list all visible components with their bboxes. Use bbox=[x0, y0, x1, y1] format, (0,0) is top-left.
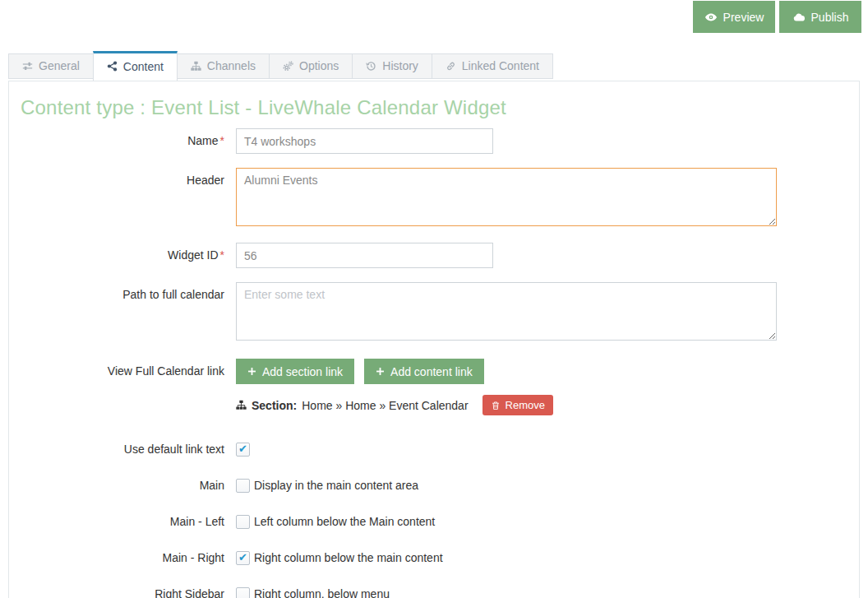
main-left-label: Main - Left bbox=[9, 515, 224, 529]
page-title: Content type : Event List - LiveWhale Ca… bbox=[9, 81, 859, 119]
add-content-link-button[interactable]: Add content link bbox=[364, 359, 484, 384]
main-left-description: Left column below the Main content bbox=[254, 515, 435, 528]
widget-id-input[interactable] bbox=[236, 243, 493, 268]
main-left-checkbox[interactable] bbox=[236, 515, 250, 529]
selected-section: Section: Home » Home » Event Calendar Re… bbox=[236, 395, 553, 415]
tab-channels-label: Channels bbox=[207, 59, 256, 72]
tab-content[interactable]: Content bbox=[93, 51, 178, 81]
check-icon: ✔ bbox=[238, 443, 247, 454]
content-panel: Content type : Event List - LiveWhale Ca… bbox=[8, 81, 860, 598]
path-textarea[interactable] bbox=[236, 282, 777, 341]
add-section-link-button[interactable]: Add section link bbox=[236, 359, 354, 384]
check-icon: ✔ bbox=[238, 552, 247, 563]
tab-options[interactable]: Options bbox=[269, 53, 353, 79]
main-right-row: Main - Right ✔ Right column below the ma… bbox=[9, 550, 859, 565]
tab-general-label: General bbox=[39, 59, 80, 72]
tab-channels[interactable]: Channels bbox=[177, 53, 270, 79]
publish-button-label: Publish bbox=[811, 11, 849, 24]
right-sidebar-row: Right Sidebar Right column, below menu bbox=[9, 586, 859, 598]
content-form: Name* Header Alumni Events Widget ID* Pa… bbox=[9, 128, 859, 598]
plus-icon bbox=[376, 367, 385, 376]
main-checkbox[interactable] bbox=[236, 479, 250, 493]
right-sidebar-description: Right column, below menu bbox=[254, 587, 390, 598]
view-link-label: View Full Calendar link bbox=[9, 364, 224, 378]
header-label: Header bbox=[9, 168, 224, 188]
use-default-link-text-checkbox[interactable]: ✔ bbox=[236, 443, 250, 457]
main-row: Main Display in the main content area bbox=[9, 478, 859, 493]
name-row: Name* bbox=[9, 128, 859, 154]
main-description: Display in the main content area bbox=[254, 479, 418, 492]
remove-section-button[interactable]: Remove bbox=[482, 395, 553, 415]
tab-content-label: Content bbox=[123, 60, 164, 73]
history-icon bbox=[366, 61, 376, 72]
use-default-link-text-row: Use default link text ✔ bbox=[9, 442, 859, 457]
plus-icon bbox=[247, 367, 256, 376]
section-path: Home » Home » Event Calendar bbox=[302, 399, 468, 412]
right-sidebar-checkbox[interactable] bbox=[236, 587, 250, 598]
publish-button[interactable]: Publish bbox=[779, 1, 861, 33]
gears-icon bbox=[283, 61, 293, 72]
tab-history-label: History bbox=[382, 59, 418, 72]
header-row: Header Alumni Events bbox=[9, 168, 859, 226]
view-link-row: View Full Calendar link Add section link… bbox=[9, 359, 859, 384]
tab-bar: General Content Channels Options History… bbox=[8, 51, 860, 79]
main-right-label: Main - Right bbox=[9, 551, 224, 565]
link-icon bbox=[446, 61, 456, 72]
name-label: Name* bbox=[9, 134, 224, 148]
widget-id-label: Widget ID* bbox=[9, 248, 224, 262]
sliders-icon bbox=[22, 61, 33, 72]
add-section-link-label: Add section link bbox=[262, 365, 343, 378]
tab-options-label: Options bbox=[299, 59, 339, 72]
tab-history[interactable]: History bbox=[352, 53, 432, 79]
add-content-link-label: Add content link bbox=[390, 365, 473, 378]
sitemap-icon bbox=[191, 61, 201, 72]
tab-linked-content-label: Linked Content bbox=[462, 59, 539, 72]
use-default-link-text-label: Use default link text bbox=[9, 443, 224, 457]
trash-icon bbox=[491, 401, 501, 410]
path-label: Path to full calendar bbox=[9, 282, 224, 302]
sitemap-icon bbox=[236, 400, 247, 410]
widget-id-row: Widget ID* bbox=[9, 243, 859, 268]
header-textarea[interactable]: Alumni Events bbox=[236, 168, 777, 226]
tab-linked-content[interactable]: Linked Content bbox=[432, 53, 553, 79]
main-label: Main bbox=[9, 479, 224, 493]
right-sidebar-label: Right Sidebar bbox=[9, 587, 224, 598]
main-left-row: Main - Left Left column below the Main c… bbox=[9, 514, 859, 529]
name-input[interactable] bbox=[236, 128, 493, 154]
preview-button-label: Preview bbox=[723, 11, 764, 24]
remove-button-label: Remove bbox=[506, 399, 545, 411]
section-row: Section: Home » Home » Event Calendar Re… bbox=[9, 395, 859, 415]
main-right-description: Right column below the main content bbox=[254, 551, 443, 564]
tab-general[interactable]: General bbox=[8, 53, 94, 79]
share-icon bbox=[107, 61, 118, 72]
section-label: Section: bbox=[252, 399, 297, 412]
path-row: Path to full calendar bbox=[9, 282, 859, 341]
top-action-bar: Preview Publish bbox=[0, 0, 868, 34]
required-asterisk: * bbox=[220, 134, 224, 147]
preview-button[interactable]: Preview bbox=[693, 1, 775, 33]
eye-icon bbox=[704, 11, 718, 24]
required-asterisk: * bbox=[220, 248, 224, 262]
cloud-icon bbox=[792, 11, 806, 24]
main-right-checkbox[interactable]: ✔ bbox=[236, 551, 250, 565]
